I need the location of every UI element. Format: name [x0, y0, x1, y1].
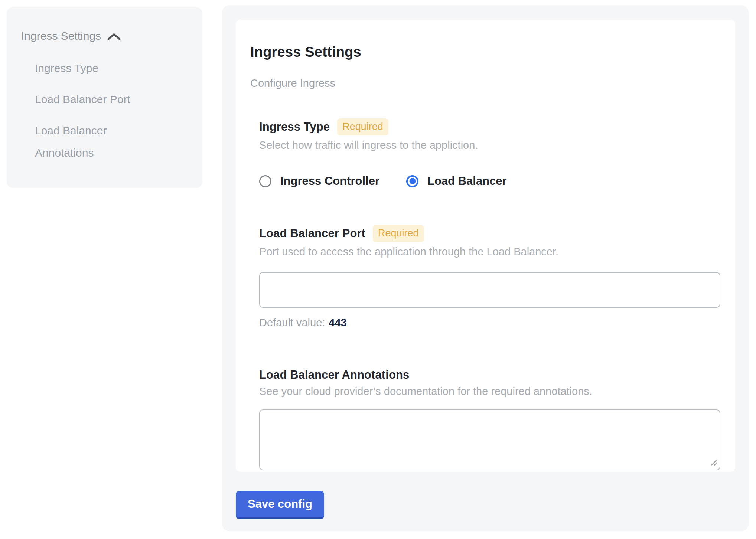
radio-option-ingress-controller[interactable]: Ingress Controller	[259, 174, 379, 188]
radio-label: Ingress Controller	[280, 174, 379, 188]
page-subtitle: Configure Ingress	[250, 77, 720, 89]
section-heading: Ingress Type	[259, 120, 330, 134]
section-ingress-type: Ingress Type Required Select how traffic…	[259, 118, 720, 188]
default-value-line: Default value:443	[259, 317, 720, 329]
sidebar-item-list: Ingress Type Load Balancer Port Load Bal…	[35, 57, 195, 164]
section-load-balancer-annotations: Load Balancer Annotations See your cloud…	[259, 368, 720, 470]
section-description: Select how traffic will ingress to the a…	[259, 139, 720, 151]
section-description: See your cloud provider’s documentation …	[259, 385, 720, 398]
sidebar-item-ingress-type[interactable]: Ingress Type	[35, 57, 146, 79]
section-heading: Load Balancer Annotations	[259, 368, 409, 382]
sidebar-item-load-balancer-annotations[interactable]: Load Balancer Annotations	[35, 120, 146, 164]
settings-sidebar: Ingress Settings Ingress Type Load Balan…	[7, 7, 202, 188]
default-value: 443	[329, 317, 346, 329]
required-badge: Required	[373, 225, 424, 242]
save-config-button[interactable]: Save config	[236, 491, 324, 519]
sidebar-group-label: Ingress Settings	[21, 30, 101, 42]
section-load-balancer-port: Load Balancer Port Required Port used to…	[259, 225, 720, 329]
chevron-up-icon	[107, 32, 121, 42]
radio-option-load-balancer[interactable]: Load Balancer	[406, 174, 507, 188]
page-title: Ingress Settings	[250, 44, 720, 60]
ingress-type-radio-group: Ingress Controller Load Balancer	[259, 174, 720, 188]
sidebar-item-load-balancer-port[interactable]: Load Balancer Port	[35, 88, 146, 111]
load-balancer-port-input[interactable]	[259, 272, 720, 308]
section-description: Port used to access the application thro…	[259, 246, 720, 258]
sidebar-group-ingress-settings[interactable]: Ingress Settings	[21, 30, 195, 42]
load-balancer-annotations-textarea[interactable]	[259, 409, 720, 470]
section-heading: Load Balancer Port	[259, 227, 365, 240]
radio-unchecked-icon[interactable]	[259, 175, 271, 187]
main-panel: Ingress Settings Configure Ingress Ingre…	[222, 5, 749, 531]
radio-checked-icon[interactable]	[406, 175, 418, 187]
default-value-label: Default value:	[259, 317, 325, 329]
ingress-settings-card: Ingress Settings Configure Ingress Ingre…	[236, 20, 735, 472]
radio-label: Load Balancer	[427, 174, 507, 188]
required-badge: Required	[337, 118, 388, 135]
